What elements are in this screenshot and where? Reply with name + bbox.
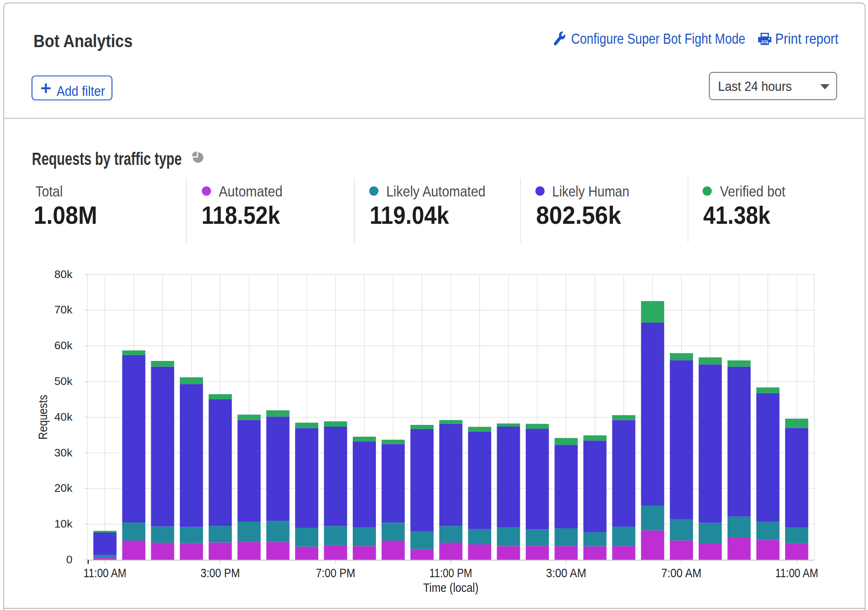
svg-text:41.38k: 41.38k bbox=[703, 202, 771, 229]
svg-text:Likely Automated: Likely Automated bbox=[386, 183, 485, 200]
svg-text:60k: 60k bbox=[54, 339, 73, 352]
svg-text:Add filter: Add filter bbox=[57, 82, 105, 99]
svg-text:Total: Total bbox=[35, 183, 63, 199]
svg-text:3:00 AM: 3:00 AM bbox=[546, 566, 586, 580]
svg-text:Requests: Requests bbox=[36, 395, 50, 440]
svg-text:Verified bot: Verified bot bbox=[720, 183, 785, 200]
svg-text:10k: 10k bbox=[54, 517, 73, 530]
svg-text:Print report: Print report bbox=[775, 30, 839, 47]
svg-text:Bot Analytics: Bot Analytics bbox=[34, 31, 133, 51]
svg-text:7:00 PM: 7:00 PM bbox=[316, 567, 355, 580]
svg-text:30k: 30k bbox=[54, 446, 73, 459]
svg-text:50k: 50k bbox=[54, 375, 73, 387]
svg-text:40k: 40k bbox=[54, 411, 73, 423]
svg-text:Automated: Automated bbox=[219, 183, 282, 200]
svg-text:1.08M: 1.08M bbox=[34, 202, 97, 229]
svg-text:3:00 PM: 3:00 PM bbox=[200, 567, 240, 580]
svg-text:Likely Human: Likely Human bbox=[552, 183, 629, 199]
svg-text:802.56k: 802.56k bbox=[536, 202, 621, 229]
svg-text:20k: 20k bbox=[54, 482, 73, 494]
svg-text:Requests by traffic type: Requests by traffic type bbox=[32, 149, 182, 169]
svg-text:Configure Super Bot Fight Mode: Configure Super Bot Fight Mode bbox=[571, 30, 746, 47]
svg-text:70k: 70k bbox=[54, 303, 73, 316]
svg-text:119.04k: 119.04k bbox=[370, 202, 450, 229]
svg-text:11:00 PM: 11:00 PM bbox=[429, 566, 472, 580]
svg-text:7:00 AM: 7:00 AM bbox=[661, 566, 702, 580]
svg-text:11:00 AM: 11:00 AM bbox=[775, 566, 818, 580]
svg-text:11:00 AM: 11:00 AM bbox=[83, 566, 126, 580]
svg-text:80k: 80k bbox=[54, 268, 73, 281]
svg-text:Time (local): Time (local) bbox=[423, 581, 478, 594]
svg-text:118.52k: 118.52k bbox=[202, 202, 280, 229]
svg-text:Last 24 hours: Last 24 hours bbox=[718, 79, 792, 93]
svg-text:0: 0 bbox=[66, 553, 72, 566]
